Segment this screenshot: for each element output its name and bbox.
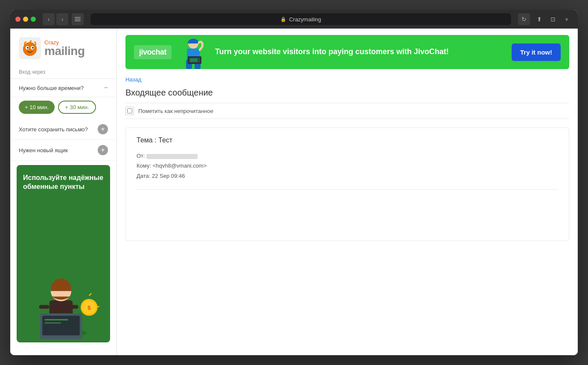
svg-rect-30 [190, 58, 198, 62]
url-text: Crazymailing [289, 16, 321, 23]
jivochat-cta-button[interactable]: Try it now! [512, 43, 561, 61]
svg-rect-1 [75, 19, 81, 20]
email-date-label: Дата: [137, 173, 150, 179]
svg-rect-15 [45, 319, 68, 320]
traffic-lights [15, 17, 36, 22]
svg-rect-0 [75, 17, 81, 18]
email-checkbox-container[interactable] [125, 107, 134, 115]
add-tab-button[interactable]: + [561, 13, 573, 25]
banner-text: Turn your website visitors into paying c… [215, 47, 505, 57]
minimize-button[interactable] [23, 17, 28, 22]
logo-icon [19, 37, 41, 59]
svg-point-8 [27, 47, 29, 49]
new-tab-button[interactable]: ⊡ [547, 13, 559, 25]
sidebar-ad-text: Используйте надёжные обменные пункты [23, 174, 104, 191]
svg-point-9 [32, 47, 34, 49]
banner-person-illustration [178, 35, 208, 69]
back-nav-button[interactable]: ‹ [43, 13, 55, 25]
add-10min-button[interactable]: + 10 мин. [19, 101, 55, 114]
email-checkbox[interactable] [127, 108, 132, 113]
new-box-row[interactable]: Нужен новый ящик + [10, 140, 116, 161]
main-content: jivochat [117, 29, 578, 355]
email-area: Назад Входящее сообщение Пометить как не… [117, 75, 578, 258]
sidebar: Crazy mailing Вход через Нужно больше вр… [10, 29, 117, 355]
logo-area: Crazy mailing [10, 29, 116, 66]
svg-rect-14 [42, 316, 80, 336]
address-bar[interactable]: 🔒 Crazymailing [90, 13, 511, 25]
jivochat-banner[interactable]: jivochat [125, 35, 569, 69]
logo-text: Crazy mailing [44, 40, 85, 57]
save-letter-row[interactable]: Хотите сохранить письмо? + [10, 119, 116, 140]
email-body [137, 189, 558, 232]
lock-icon: 🔒 [280, 17, 286, 22]
email-toolbar: Пометить как непрочитанное [125, 103, 569, 119]
svg-rect-2 [75, 20, 81, 21]
svg-line-22 [89, 293, 91, 295]
email-to-label: Кому: [137, 162, 151, 169]
email-from-label: От: [137, 153, 145, 159]
email-meta: От: Кому: <hqvh8@vmani.com> Дата: 22 Sep… [137, 151, 558, 181]
email-message-card: Тема : Тест От: Кому: <hqvh8@vmani.com> … [125, 127, 569, 241]
logo-mail-line: mailing [44, 45, 85, 57]
nav-buttons: ‹ › [43, 13, 68, 25]
email-to-value: <hqvh8@vmani.com> [153, 162, 207, 169]
share-button[interactable]: ⬆ [533, 13, 545, 25]
svg-rect-17 [39, 305, 49, 309]
time-buttons: + 10 мин. + 30 мин. [10, 97, 116, 119]
add-30min-button[interactable]: + 30 мин. [58, 101, 96, 114]
email-to-row: Кому: <hqvh8@vmani.com> [137, 161, 558, 171]
jivochat-logo: jivochat [134, 45, 172, 59]
back-link[interactable]: Назад [125, 76, 141, 83]
mark-unread-label: Пометить как непрочитанное [138, 108, 213, 114]
save-letter-plus[interactable]: + [98, 124, 108, 134]
page-content: Crazy mailing Вход через Нужно больше вр… [10, 29, 578, 355]
more-time-toggle[interactable]: − [104, 84, 108, 92]
email-date-row: Дата: 22 Sep 09:46 [137, 171, 558, 181]
sidebar-ad-illustration: $ [17, 240, 110, 342]
svg-rect-16 [45, 322, 61, 324]
more-time-row[interactable]: Нужно больше времени? − [10, 79, 116, 97]
new-box-plus[interactable]: + [98, 145, 108, 155]
logo-mail-text: mailing [44, 44, 85, 58]
email-date-value: 22 Sep 09:46 [152, 173, 185, 179]
more-time-section: Нужно больше времени? − + 10 мин. + 30 м… [10, 78, 116, 119]
login-label: Вход через [10, 66, 116, 78]
close-button[interactable] [15, 17, 20, 22]
browser-actions: ⬆ ⊡ + [533, 13, 573, 25]
email-page-title: Входящее сообщение [125, 88, 569, 98]
email-subject: Тема : Тест [137, 136, 558, 144]
svg-text:$: $ [87, 304, 91, 311]
svg-rect-18 [68, 305, 78, 309]
email-from-value [146, 154, 198, 159]
new-box-label: Нужен новый ящик [19, 147, 68, 154]
fullscreen-button[interactable] [31, 17, 36, 22]
sidebar-toggle-button[interactable] [72, 13, 84, 25]
more-time-label: Нужно больше времени? [19, 85, 84, 91]
browser-window: ‹ › 🔒 Crazymailing ↻ ⬆ ⊡ + [10, 10, 578, 355]
email-from-row: От: [137, 151, 558, 161]
reload-button[interactable]: ↻ [518, 13, 530, 25]
save-letter-label: Хотите сохранить письмо? [19, 126, 88, 133]
browser-titlebar: ‹ › 🔒 Crazymailing ↻ ⬆ ⊡ + [10, 10, 578, 29]
sidebar-ad: Используйте надёжные обменные пункты [17, 165, 110, 342]
forward-nav-button[interactable]: › [56, 13, 68, 25]
